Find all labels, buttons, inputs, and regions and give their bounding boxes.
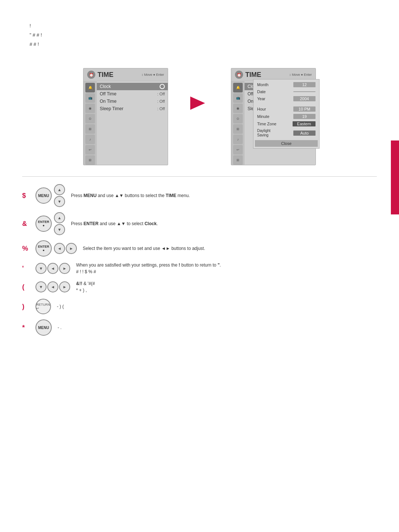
popup-hour-label: Hour (257, 107, 266, 111)
menu-nav-hint-right: ↕ Move ● Enter (289, 73, 312, 77)
step-4-number: ' (22, 265, 30, 272)
clock-popup: Month 12 Date Year 2004 Hour 10 PM Minut… (253, 79, 320, 149)
sidebar-icon-4: ⊞ (85, 124, 95, 134)
down-btn-1[interactable]: ▼ (54, 196, 65, 207)
menu-row-offtime: Off Time : Off (97, 90, 168, 98)
menu-sidebar-right: 🔔 📺 ◉ ⊙ ⊞ ♪ ↩ ⊞ (231, 81, 245, 165)
left-btn-5[interactable]: ◄ (47, 281, 58, 292)
popup-date-row: Date (255, 88, 318, 95)
ontime-value: : Off (157, 99, 165, 104)
offtime-value: : Off (157, 92, 165, 96)
popup-date-value (293, 91, 316, 92)
step-5-buttons: ▼ ◄ ► (35, 281, 70, 292)
popup-date-label: Date (257, 89, 266, 94)
menu-content-left: Clock Off Time : Off On Time : Off Sleep… (97, 81, 168, 165)
step-5-number: ( (22, 283, 30, 291)
left-btn-4[interactable]: ◄ (47, 263, 58, 274)
section-divider (22, 176, 377, 177)
left-btn-3[interactable]: ◄ (54, 243, 65, 254)
sidebar-icon-0: 🔔 (85, 83, 95, 92)
enter-button-3[interactable]: ENTER● (35, 240, 52, 257)
popup-timezone-value: Eastern (293, 121, 316, 126)
sidebar-icon-6: ↩ (85, 145, 95, 155)
step-6-description: - ) ( (57, 303, 377, 310)
sidebar-icon-r5: ♪ (233, 135, 243, 144)
screenshot-right-container: ⏰ TIME ↕ Move ● Enter 🔔 📺 ◉ ⊙ ⊞ ♪ ↩ ⊞ (231, 68, 316, 165)
instruction-line-3: # # ! (30, 41, 369, 48)
clock-label: Clock (100, 84, 158, 89)
step-4-buttons: ▼ ◄ ► (35, 263, 70, 274)
down-btn-2[interactable]: ▼ (54, 224, 65, 235)
up-btn-2[interactable]: ▲ (54, 212, 65, 223)
sidebar-icon-r7: ⊞ (233, 155, 243, 165)
clock-circle (160, 84, 165, 89)
menu-row-sleeptimer: Sleep Timer : Off (97, 105, 168, 112)
sidebar-icon-r0: 🔔 (233, 83, 243, 92)
ontime-label: On Time (100, 99, 157, 104)
menu-body-left: 🔔 📺 ◉ ⊙ ⊞ ♪ ↩ ⊞ Clock Off Time : Off (83, 81, 168, 165)
step-5-btn-row: ▼ ◄ ► (35, 281, 70, 292)
menu-title-right: TIME (245, 71, 289, 79)
popup-month-label: Month (257, 82, 269, 87)
menu-row-ontime: On Time : Off (97, 98, 168, 105)
menu-button-1[interactable]: MENU (35, 187, 52, 204)
popup-minute-value: 19 (293, 114, 316, 119)
sleeptimer-label: Sleep Timer (100, 106, 157, 111)
step-1-row: $ MENU ▲ ▼ Press MENU and use ▲▼ buttons… (22, 184, 377, 207)
down-btn-4[interactable]: ▼ (35, 263, 47, 274)
red-arrow (190, 98, 209, 109)
sidebar-icon-r6: ↩ (233, 145, 243, 155)
enter-button-2[interactable]: ENTER● (35, 216, 52, 232)
bottom-section: $ MENU ▲ ▼ Press MENU and use ▲▼ buttons… (0, 180, 399, 345)
sidebar-icon-3: ⊙ (85, 114, 95, 123)
step-3-number: % (22, 245, 30, 253)
step-6-buttons: RETURN↩ (35, 299, 51, 314)
sidebar-icon-5: ♪ (85, 135, 95, 144)
sidebar-icon-r4: ⊞ (233, 124, 243, 134)
close-button[interactable]: Close (255, 140, 318, 147)
step-7-number: * (22, 324, 30, 332)
step-7-row: * MENU - . (22, 319, 377, 336)
menu-button-7[interactable]: MENU (35, 319, 52, 336)
up-btn-1[interactable]: ▲ (54, 184, 65, 195)
down-btn-5[interactable]: ▼ (35, 281, 47, 292)
menu-sidebar-left: 🔔 📺 ◉ ⊙ ⊞ ♪ ↩ ⊞ (83, 81, 97, 165)
sidebar-icon-7: ⊞ (85, 155, 95, 165)
step-5-row: ( ▼ ◄ ► &!! & '#(# * + ) , (22, 280, 377, 294)
directional-2: ▲ ▼ (54, 212, 65, 235)
step-1-number: $ (22, 192, 30, 200)
right-btn-4[interactable]: ► (59, 263, 70, 274)
popup-month-row: Month 12 (255, 81, 318, 88)
step-3-description: Select the item you want to set and use … (83, 245, 377, 252)
top-instructions: ! " # # ! # # ! (0, 0, 399, 57)
return-button[interactable]: RETURN↩ (35, 299, 51, 314)
sidebar-icon-r3: ⊙ (233, 114, 243, 123)
sidebar-icon-1: 📺 (85, 93, 95, 103)
menu-screenshot-left: ⏰ TIME ↕ Move ● Enter 🔔 📺 ◉ ⊙ ⊞ ♪ ↩ ⊞ Cl… (83, 68, 168, 165)
menu-title-bar-left: ⏰ TIME ↕ Move ● Enter (83, 68, 168, 81)
popup-daylight-label: DaylightSaving (257, 129, 270, 138)
step-6-row: ) RETURN↩ - ) ( (22, 299, 377, 314)
popup-daylight-value: Auto (293, 131, 316, 136)
red-sidebar-bar (391, 140, 399, 214)
step-2-description: Press ENTER and use ▲▼ to select Clock. (71, 220, 377, 227)
right-btn-5[interactable]: ► (59, 281, 70, 292)
sidebar-icon-r1: 📺 (233, 93, 243, 103)
step-4-description: When you are satisfied with your setting… (76, 262, 377, 275)
menu-title-left: TIME (98, 71, 141, 79)
instruction-line-2: " # # ! (30, 31, 369, 39)
popup-spacer-1 (255, 102, 318, 105)
step-6-number: ) (22, 303, 30, 311)
lr-buttons-3: ◄ ► (54, 243, 77, 254)
popup-timezone-label: Time Zone (257, 122, 276, 126)
arrow-container (190, 68, 209, 109)
step-2-number: & (22, 220, 30, 228)
step-7-buttons: MENU (35, 319, 52, 336)
popup-hour-row: Hour 10 PM (255, 105, 318, 113)
popup-timezone-row: Time Zone Eastern (255, 120, 318, 128)
screenshots-area: ⏰ TIME ↕ Move ● Enter 🔔 📺 ◉ ⊙ ⊞ ♪ ↩ ⊞ Cl… (0, 61, 399, 173)
step-5-description: &!! & '#(# * + ) , (76, 280, 377, 294)
right-btn-3[interactable]: ► (66, 243, 77, 254)
popup-year-value: 2004 (293, 96, 316, 101)
popup-daylight-row: DaylightSaving Auto (255, 128, 318, 139)
